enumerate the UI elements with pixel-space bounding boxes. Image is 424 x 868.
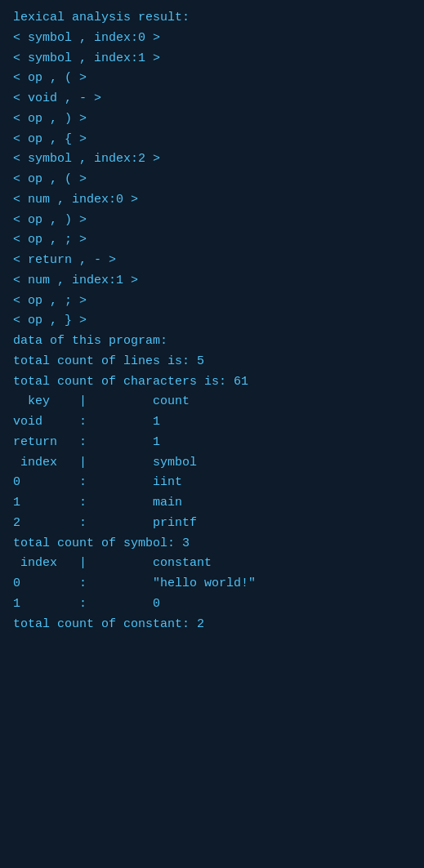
output-line: 1 : main (13, 493, 411, 514)
output-line: total count of constant: 2 (13, 615, 411, 635)
output-line: < op , ) > (13, 109, 411, 130)
output-line: < num , index:1 > (13, 271, 411, 292)
output-line: total count of characters is: 61 (13, 372, 411, 393)
output-line: void : 1 (13, 412, 411, 433)
output-line: lexical analysis result: (13, 8, 411, 29)
output-line: < symbol , index:0 > (13, 29, 411, 49)
output-line: < symbol , index:2 > (13, 149, 411, 170)
output-line: return : 1 (13, 433, 411, 453)
output-line: < op , ; > (13, 230, 411, 251)
output-line: 1 : 0 (13, 594, 411, 615)
output-line: < op , ( > (13, 170, 411, 190)
output-line: index | symbol (13, 453, 411, 474)
output-line: total count of symbol: 3 (13, 534, 411, 554)
output-line: 0 : "hello world!" (13, 574, 411, 594)
output-line: 2 : printf (13, 514, 411, 534)
output-line: < op , ) > (13, 211, 411, 231)
output-line: index | constant (13, 554, 411, 574)
output-line: < num , index:0 > (13, 190, 411, 211)
output-line: total count of lines is: 5 (13, 352, 411, 372)
output-line: < op , ( > (13, 69, 411, 89)
output-line: < op , { > (13, 130, 411, 150)
output-line: key | count (13, 392, 411, 412)
output-line: < op , } > (13, 311, 411, 332)
output-line: < return , - > (13, 251, 411, 271)
output-line: < op , ; > (13, 292, 411, 312)
output-line: data of this program: (13, 332, 411, 352)
output-container: lexical analysis result:< symbol , index… (13, 8, 411, 634)
output-line: < symbol , index:1 > (13, 49, 411, 69)
output-line: 0 : iint (13, 473, 411, 493)
output-line: < void , - > (13, 89, 411, 109)
